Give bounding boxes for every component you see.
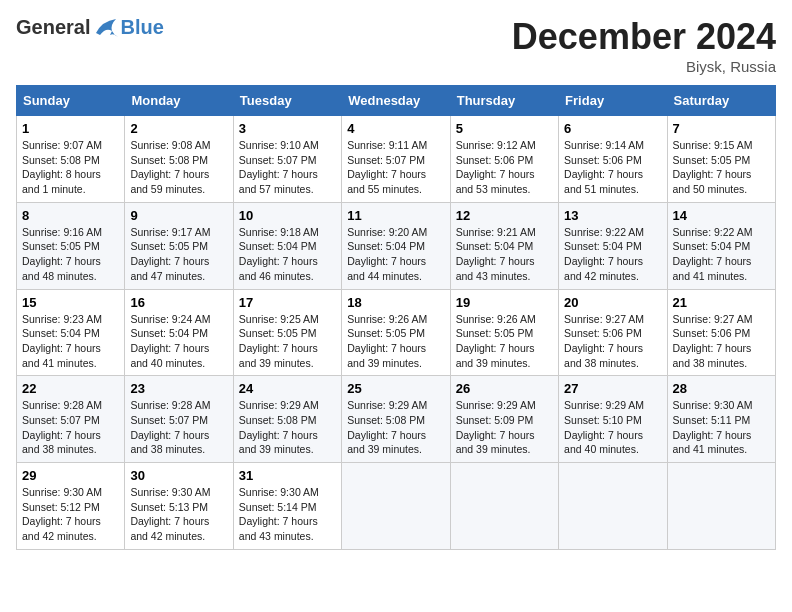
calendar-cell: 21Sunrise: 9:27 AM Sunset: 5:06 PM Dayli… [667, 289, 775, 376]
day-info: Sunrise: 9:23 AM Sunset: 5:04 PM Dayligh… [22, 312, 119, 371]
day-number: 18 [347, 295, 444, 310]
day-number: 11 [347, 208, 444, 223]
day-info: Sunrise: 9:30 AM Sunset: 5:13 PM Dayligh… [130, 485, 227, 544]
calendar-table: SundayMondayTuesdayWednesdayThursdayFrid… [16, 85, 776, 550]
day-info: Sunrise: 9:08 AM Sunset: 5:08 PM Dayligh… [130, 138, 227, 197]
day-number: 3 [239, 121, 336, 136]
calendar-week-1: 1Sunrise: 9:07 AM Sunset: 5:08 PM Daylig… [17, 116, 776, 203]
day-number: 1 [22, 121, 119, 136]
calendar-cell: 3Sunrise: 9:10 AM Sunset: 5:07 PM Daylig… [233, 116, 341, 203]
calendar-cell [450, 463, 558, 550]
day-info: Sunrise: 9:29 AM Sunset: 5:08 PM Dayligh… [347, 398, 444, 457]
location: Biysk, Russia [512, 58, 776, 75]
day-info: Sunrise: 9:22 AM Sunset: 5:04 PM Dayligh… [564, 225, 661, 284]
day-info: Sunrise: 9:12 AM Sunset: 5:06 PM Dayligh… [456, 138, 553, 197]
calendar-header-monday: Monday [125, 86, 233, 116]
calendar-cell: 19Sunrise: 9:26 AM Sunset: 5:05 PM Dayli… [450, 289, 558, 376]
day-number: 31 [239, 468, 336, 483]
day-number: 22 [22, 381, 119, 396]
calendar-cell: 12Sunrise: 9:21 AM Sunset: 5:04 PM Dayli… [450, 202, 558, 289]
day-info: Sunrise: 9:16 AM Sunset: 5:05 PM Dayligh… [22, 225, 119, 284]
day-number: 12 [456, 208, 553, 223]
day-info: Sunrise: 9:26 AM Sunset: 5:05 PM Dayligh… [456, 312, 553, 371]
calendar-cell: 8Sunrise: 9:16 AM Sunset: 5:05 PM Daylig… [17, 202, 125, 289]
day-info: Sunrise: 9:21 AM Sunset: 5:04 PM Dayligh… [456, 225, 553, 284]
day-number: 5 [456, 121, 553, 136]
day-info: Sunrise: 9:18 AM Sunset: 5:04 PM Dayligh… [239, 225, 336, 284]
day-number: 26 [456, 381, 553, 396]
day-number: 23 [130, 381, 227, 396]
day-number: 14 [673, 208, 770, 223]
logo-blue: Blue [120, 16, 163, 39]
day-number: 30 [130, 468, 227, 483]
calendar-cell: 22Sunrise: 9:28 AM Sunset: 5:07 PM Dayli… [17, 376, 125, 463]
day-number: 4 [347, 121, 444, 136]
day-number: 8 [22, 208, 119, 223]
title-block: December 2024 Biysk, Russia [512, 16, 776, 75]
day-info: Sunrise: 9:22 AM Sunset: 5:04 PM Dayligh… [673, 225, 770, 284]
calendar-week-3: 15Sunrise: 9:23 AM Sunset: 5:04 PM Dayli… [17, 289, 776, 376]
day-number: 20 [564, 295, 661, 310]
day-info: Sunrise: 9:11 AM Sunset: 5:07 PM Dayligh… [347, 138, 444, 197]
day-info: Sunrise: 9:28 AM Sunset: 5:07 PM Dayligh… [130, 398, 227, 457]
calendar-cell: 1Sunrise: 9:07 AM Sunset: 5:08 PM Daylig… [17, 116, 125, 203]
calendar-cell: 16Sunrise: 9:24 AM Sunset: 5:04 PM Dayli… [125, 289, 233, 376]
day-info: Sunrise: 9:28 AM Sunset: 5:07 PM Dayligh… [22, 398, 119, 457]
day-number: 25 [347, 381, 444, 396]
day-number: 16 [130, 295, 227, 310]
day-number: 28 [673, 381, 770, 396]
calendar-cell [342, 463, 450, 550]
calendar-cell [559, 463, 667, 550]
calendar-header-sunday: Sunday [17, 86, 125, 116]
calendar-cell: 28Sunrise: 9:30 AM Sunset: 5:11 PM Dayli… [667, 376, 775, 463]
day-info: Sunrise: 9:29 AM Sunset: 5:08 PM Dayligh… [239, 398, 336, 457]
day-number: 2 [130, 121, 227, 136]
calendar-header-thursday: Thursday [450, 86, 558, 116]
day-info: Sunrise: 9:20 AM Sunset: 5:04 PM Dayligh… [347, 225, 444, 284]
calendar-cell: 14Sunrise: 9:22 AM Sunset: 5:04 PM Dayli… [667, 202, 775, 289]
calendar-header-row: SundayMondayTuesdayWednesdayThursdayFrid… [17, 86, 776, 116]
day-info: Sunrise: 9:29 AM Sunset: 5:10 PM Dayligh… [564, 398, 661, 457]
calendar-header-saturday: Saturday [667, 86, 775, 116]
day-number: 21 [673, 295, 770, 310]
day-info: Sunrise: 9:17 AM Sunset: 5:05 PM Dayligh… [130, 225, 227, 284]
day-info: Sunrise: 9:15 AM Sunset: 5:05 PM Dayligh… [673, 138, 770, 197]
page-header: General Blue December 2024 Biysk, Russia [16, 16, 776, 75]
day-number: 24 [239, 381, 336, 396]
calendar-cell: 10Sunrise: 9:18 AM Sunset: 5:04 PM Dayli… [233, 202, 341, 289]
calendar-cell: 24Sunrise: 9:29 AM Sunset: 5:08 PM Dayli… [233, 376, 341, 463]
calendar-week-4: 22Sunrise: 9:28 AM Sunset: 5:07 PM Dayli… [17, 376, 776, 463]
day-number: 7 [673, 121, 770, 136]
day-number: 9 [130, 208, 227, 223]
calendar-cell: 27Sunrise: 9:29 AM Sunset: 5:10 PM Dayli… [559, 376, 667, 463]
calendar-cell: 4Sunrise: 9:11 AM Sunset: 5:07 PM Daylig… [342, 116, 450, 203]
day-info: Sunrise: 9:07 AM Sunset: 5:08 PM Dayligh… [22, 138, 119, 197]
calendar-cell: 18Sunrise: 9:26 AM Sunset: 5:05 PM Dayli… [342, 289, 450, 376]
calendar-cell: 6Sunrise: 9:14 AM Sunset: 5:06 PM Daylig… [559, 116, 667, 203]
day-info: Sunrise: 9:27 AM Sunset: 5:06 PM Dayligh… [673, 312, 770, 371]
day-number: 29 [22, 468, 119, 483]
day-info: Sunrise: 9:24 AM Sunset: 5:04 PM Dayligh… [130, 312, 227, 371]
day-number: 13 [564, 208, 661, 223]
calendar-cell: 25Sunrise: 9:29 AM Sunset: 5:08 PM Dayli… [342, 376, 450, 463]
calendar-header-friday: Friday [559, 86, 667, 116]
calendar-header-wednesday: Wednesday [342, 86, 450, 116]
calendar-header-tuesday: Tuesday [233, 86, 341, 116]
day-number: 15 [22, 295, 119, 310]
calendar-cell: 26Sunrise: 9:29 AM Sunset: 5:09 PM Dayli… [450, 376, 558, 463]
calendar-week-2: 8Sunrise: 9:16 AM Sunset: 5:05 PM Daylig… [17, 202, 776, 289]
calendar-cell: 13Sunrise: 9:22 AM Sunset: 5:04 PM Dayli… [559, 202, 667, 289]
day-info: Sunrise: 9:30 AM Sunset: 5:11 PM Dayligh… [673, 398, 770, 457]
day-info: Sunrise: 9:30 AM Sunset: 5:12 PM Dayligh… [22, 485, 119, 544]
calendar-week-5: 29Sunrise: 9:30 AM Sunset: 5:12 PM Dayli… [17, 463, 776, 550]
day-info: Sunrise: 9:29 AM Sunset: 5:09 PM Dayligh… [456, 398, 553, 457]
calendar-cell: 15Sunrise: 9:23 AM Sunset: 5:04 PM Dayli… [17, 289, 125, 376]
day-number: 10 [239, 208, 336, 223]
day-info: Sunrise: 9:10 AM Sunset: 5:07 PM Dayligh… [239, 138, 336, 197]
day-number: 6 [564, 121, 661, 136]
calendar-cell: 23Sunrise: 9:28 AM Sunset: 5:07 PM Dayli… [125, 376, 233, 463]
logo-bird-icon [92, 17, 120, 39]
calendar-cell: 2Sunrise: 9:08 AM Sunset: 5:08 PM Daylig… [125, 116, 233, 203]
calendar-cell: 5Sunrise: 9:12 AM Sunset: 5:06 PM Daylig… [450, 116, 558, 203]
calendar-cell: 17Sunrise: 9:25 AM Sunset: 5:05 PM Dayli… [233, 289, 341, 376]
